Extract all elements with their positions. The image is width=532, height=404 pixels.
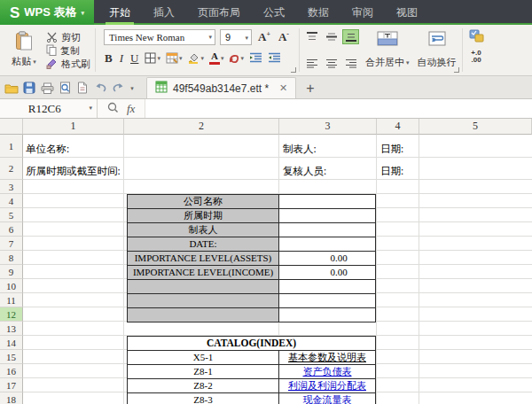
menu-tab-开始[interactable]: 开始 [98,0,142,25]
alignment-dialog-launcher[interactable] [454,67,459,73]
align-middle-button[interactable] [323,29,340,44]
align-center-icon [326,58,337,68]
decrease-font-button[interactable]: A- [277,30,291,43]
undo-button[interactable] [91,78,109,97]
cell-r2c1[interactable]: 所属时期或截至时间: [26,165,121,178]
fill-color-icon [187,52,200,64]
document-tab[interactable]: 49f549ab314e7.ett * ✕ [146,77,296,98]
row-header[interactable]: 11 [0,293,23,307]
print-button[interactable] [38,78,56,97]
row-header[interactable]: 14 [0,336,23,350]
column-header[interactable]: 3 [279,119,377,135]
menu-tab-数据[interactable]: 数据 [296,0,340,25]
catalog-link[interactable]: 基本参数及说明表 [279,351,375,364]
row-header[interactable]: 7 [0,237,23,251]
catalog-link[interactable]: 利润及利润分配表 [279,379,375,392]
row-header[interactable]: 17 [0,378,23,392]
select-all-corner[interactable] [0,119,23,135]
copy-button[interactable]: 复制 [46,44,90,58]
insert-function-button[interactable]: fx [127,102,135,116]
formula-input[interactable] [145,99,532,118]
cell-r1c4[interactable]: 日期: [380,143,403,156]
row-header[interactable]: 10 [0,279,23,293]
indent-increase-icon [268,52,281,63]
italic-button[interactable]: I [119,52,124,64]
font-dialog-launcher[interactable] [291,67,296,73]
wps-menu-button[interactable]: S WPS 表格 ▾ [0,0,94,25]
close-icon[interactable]: ✕ [279,82,287,94]
zoom-magnifier-icon[interactable] [107,101,119,117]
row-header[interactable]: 8 [0,251,23,265]
app-title: WPS 表格 [24,4,76,20]
new-tab-button[interactable]: + [306,81,314,97]
row-header[interactable]: 18 [0,392,23,404]
menu-tab-页面布局[interactable]: 页面布局 [186,0,252,25]
menu-tab-审阅[interactable]: 审阅 [340,0,385,25]
row-header[interactable]: 12 [0,307,23,322]
align-left-button[interactable] [303,56,320,71]
align-center-button[interactable] [323,56,340,71]
font-family-select[interactable]: Times New Roman▾ [104,29,215,45]
cell-r1c3[interactable]: 制表人: [283,143,317,156]
column-header[interactable]: 2 [124,119,279,135]
table-row [128,280,375,294]
paste-button[interactable]: 粘贴▾ [6,28,42,72]
row-header[interactable]: 9 [0,265,23,279]
cell-r1c1[interactable]: 单位名称: [26,143,69,156]
borders-button[interactable]: ▾ [145,52,160,64]
decrease-indent-button[interactable] [249,52,262,63]
align-right-button[interactable] [342,56,359,71]
merge-center-button[interactable]: 合并居中▾ [364,28,411,72]
fill-color-button[interactable]: ▾ [187,52,204,64]
cell-r2c3[interactable]: 复核人员: [283,165,326,178]
cut-button[interactable]: 剪切 [46,31,90,44]
open-folder-icon [4,82,19,94]
row-header[interactable]: 5 [0,208,23,222]
wrap-text-button[interactable]: 自动换行 [416,28,458,72]
increase-indent-button[interactable] [268,52,281,63]
cell-r2c4[interactable]: 日期: [380,165,403,178]
column-header[interactable]: 4 [377,119,419,135]
export-document-button[interactable] [74,78,91,97]
conditional-format-icon[interactable] [469,29,484,46]
row-header[interactable]: 1 [0,135,23,158]
row-header[interactable]: 6 [0,222,23,237]
row-header[interactable]: 4 [0,194,23,208]
align-bottom-button[interactable] [342,29,359,44]
font-color-button[interactable]: A ▾ [209,51,224,65]
format-painter-button[interactable]: 格式刷 [46,58,90,71]
chevron-down-icon: ▾ [245,35,248,41]
text-effect-button[interactable]: ▾ [229,52,244,64]
font-size-select[interactable]: 9▾ [220,29,252,45]
spreadsheet-grid[interactable]: 12345123456789101112131415161718 单位名称: 制… [0,119,532,404]
row-header[interactable]: 3 [0,180,23,194]
quick-access-dropdown[interactable]: ▾ [127,78,137,97]
row-header[interactable]: 16 [0,364,23,378]
menu-tab-视图[interactable]: 视图 [385,0,429,25]
menu-tab-公式[interactable]: 公式 [252,0,296,25]
name-box[interactable]: R12C6 ▾ [0,99,98,118]
underline-button[interactable]: U [129,52,139,64]
increase-font-button[interactable]: A+ [256,30,272,43]
catalog-link[interactable]: 现金流量表 [279,393,375,404]
row-header[interactable]: 13 [0,322,23,336]
catalog-link[interactable]: 资产负债表 [279,365,375,378]
merge-center-icon [377,31,398,50]
print-preview-button[interactable] [56,78,74,97]
decimal-format-buttons[interactable]: +.0 .00 [471,50,481,64]
bold-button[interactable]: B [104,52,113,64]
row-header[interactable]: 2 [0,158,23,180]
scissors-icon [46,32,58,44]
align-top-button[interactable] [303,29,320,44]
redo-button[interactable] [109,78,127,97]
column-header[interactable]: 1 [23,119,124,135]
table-style-button[interactable]: ▾ [166,52,183,64]
column-header[interactable]: 5 [419,119,532,135]
chevron-down-icon: ▾ [221,55,224,61]
open-file-button[interactable] [3,78,20,97]
undo-arrow-icon [94,82,107,93]
printer-icon [41,82,54,94]
row-header[interactable]: 15 [0,350,23,364]
save-button[interactable] [20,78,38,97]
menu-tab-插入[interactable]: 插入 [142,0,186,25]
